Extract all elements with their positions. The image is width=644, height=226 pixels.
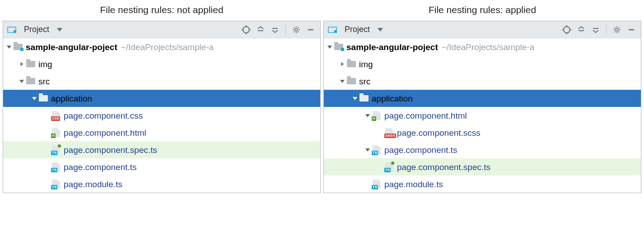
tree-row-file[interactable]: TS page.component.spec.ts (3, 141, 320, 158)
collapse-all-icon[interactable] (590, 24, 602, 36)
css-file-icon: CSS (51, 111, 61, 120)
ts-file-icon: TS (51, 162, 61, 172)
ts-file-icon: TS (372, 145, 382, 155)
tree-row-folder[interactable]: src (324, 73, 641, 90)
project-icon (7, 25, 17, 35)
tree-row-folder[interactable]: application (324, 90, 641, 107)
dropdown-icon[interactable] (374, 24, 386, 36)
svg-line-12 (294, 27, 294, 28)
chevron-right-icon[interactable] (18, 61, 26, 67)
folder-icon (346, 76, 356, 86)
folder-label: src (359, 77, 370, 86)
svg-line-32 (619, 27, 620, 28)
heading-right: File nesting rules: applied (323, 2, 641, 21)
chevron-down-icon[interactable] (326, 44, 334, 50)
chevron-right-icon[interactable] (338, 61, 346, 67)
project-folder-icon (13, 42, 23, 52)
folder-open-icon (359, 93, 369, 103)
chevron-down-icon[interactable] (364, 113, 372, 118)
panel-toolbar: Project (324, 21, 641, 38)
svg-point-7 (295, 28, 298, 31)
ts-test-file-icon: TS (51, 145, 61, 155)
svg-line-30 (619, 31, 620, 32)
project-folder-icon (334, 42, 344, 52)
expand-all-icon[interactable] (255, 24, 266, 36)
folder-label: img (359, 60, 373, 69)
tree-row-folder[interactable]: img (3, 55, 320, 73)
file-label: page.component.html (384, 111, 467, 120)
separator (285, 24, 286, 36)
tree-row-file[interactable]: TS page.module.ts (324, 175, 641, 193)
gear-icon[interactable] (611, 24, 623, 36)
folder-icon (26, 76, 36, 86)
hide-icon[interactable] (305, 24, 317, 36)
file-label: page.module.ts (64, 180, 122, 189)
tree-row-file[interactable]: SASS page.component.scss (324, 124, 641, 141)
tree-row-project[interactable]: sample-angular-poject ~/IdeaProjects/sam… (3, 38, 320, 55)
file-label: page.component.spec.ts (64, 146, 157, 154)
file-label: page.component.html (64, 129, 146, 137)
project-panel-left: Project (3, 21, 321, 193)
view-label[interactable]: Project (22, 25, 51, 34)
file-label: page.component.spec.ts (397, 163, 490, 171)
expand-all-icon[interactable] (575, 24, 587, 36)
locate-icon[interactable] (240, 24, 252, 36)
project-panel-right: Project (323, 21, 641, 193)
collapse-all-icon[interactable] (269, 24, 281, 36)
heading-left: File nesting rules: not applied (3, 2, 321, 21)
tree-row-file[interactable]: TS page.component.ts (3, 158, 320, 175)
tree-row-folder[interactable]: img (324, 55, 641, 73)
folder-label: img (38, 60, 52, 69)
folder-label: src (38, 77, 50, 86)
tree-row-folder[interactable]: src (3, 73, 320, 90)
hide-icon[interactable] (625, 24, 637, 36)
project-tree: sample-angular-poject ~/IdeaProjects/sam… (3, 38, 320, 193)
svg-line-31 (614, 31, 615, 32)
tree-row-project[interactable]: sample-angular-poject ~/IdeaProjects/sam… (324, 38, 641, 55)
html-file-icon: H (51, 128, 61, 138)
gear-icon[interactable] (290, 24, 302, 36)
project-icon (327, 25, 337, 35)
panel-toolbar: Project (3, 21, 320, 38)
ts-file-icon: TS (51, 179, 61, 189)
tree-row-file[interactable]: H page.component.html (3, 124, 320, 141)
svg-line-15 (298, 27, 299, 28)
project-path: ~/IdeaProjects/sample-a (438, 43, 534, 51)
view-label[interactable]: Project (343, 25, 372, 34)
folder-open-icon (38, 93, 48, 103)
tree-row-file[interactable]: CSS page.component.css (3, 107, 320, 124)
separator (606, 24, 607, 36)
tree-row-file[interactable]: TS page.component.ts (324, 141, 641, 158)
file-label: page.component.scss (397, 129, 481, 137)
folder-label: application (372, 94, 413, 103)
chevron-down-icon[interactable] (351, 96, 359, 101)
project-path: ~/IdeaProjects/sample-a (117, 43, 214, 51)
project-tree: sample-angular-poject ~/IdeaProjects/sam… (324, 38, 641, 193)
tree-row-folder[interactable]: application (3, 90, 320, 107)
svg-point-0 (243, 27, 249, 33)
project-name: sample-angular-poject (26, 43, 117, 51)
chevron-down-icon[interactable] (338, 78, 346, 84)
chevron-down-icon[interactable] (5, 44, 13, 50)
file-label: page.component.ts (384, 146, 457, 154)
locate-icon[interactable] (561, 24, 573, 36)
chevron-down-icon[interactable] (30, 96, 38, 101)
file-label: page.component.ts (64, 163, 137, 171)
ts-file-icon: TS (372, 179, 382, 189)
tree-row-file[interactable]: TS page.module.ts (3, 175, 320, 193)
svg-line-13 (298, 31, 299, 32)
svg-point-24 (616, 28, 618, 31)
folder-icon (26, 59, 36, 69)
chevron-down-icon[interactable] (364, 147, 372, 152)
project-name: sample-angular-poject (346, 43, 438, 51)
chevron-down-icon[interactable] (18, 78, 26, 84)
html-file-icon: H (372, 111, 382, 120)
file-label: page.module.ts (384, 180, 443, 189)
tree-row-file[interactable]: TS page.component.spec.ts (324, 158, 641, 175)
folder-icon (346, 59, 356, 69)
sass-file-icon: SASS (384, 128, 394, 138)
svg-line-14 (294, 31, 294, 32)
dropdown-icon[interactable] (54, 24, 65, 36)
tree-row-file[interactable]: H page.component.html (324, 107, 641, 124)
ts-test-file-icon: TS (384, 162, 394, 172)
